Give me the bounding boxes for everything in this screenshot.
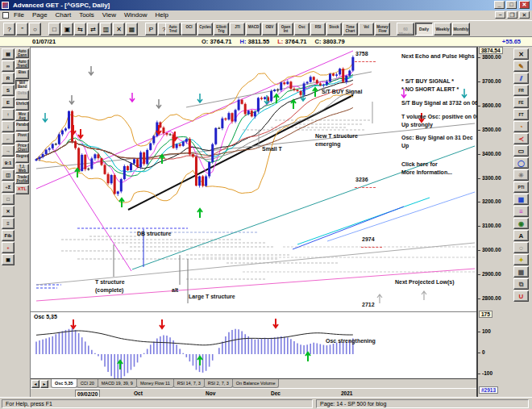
bar-spacing-icon[interactable]: 9:1 [2, 157, 15, 169]
tab-macd-19-39-9[interactable]: MACD 19, 39, 9 [98, 379, 137, 388]
refresh-icon[interactable]: ⇆ [74, 23, 86, 35]
gann-tool-icon[interactable]: ◔ [513, 121, 529, 132]
tab-on-balance-volume[interactable]: On Balance Volume [232, 379, 280, 388]
clipboard-icon[interactable]: ▥ [100, 23, 112, 35]
close-button[interactable]: ✕ [519, 1, 530, 9]
toolbar-study-jti[interactable]: JTI [230, 23, 245, 35]
tab-money-flow-11[interactable]: Money Flow 11 [136, 379, 174, 388]
tab-osc-5-35[interactable]: Osc 5,35 [51, 379, 77, 388]
menu-chart[interactable]: Chart [52, 10, 76, 20]
study-icon[interactable]: S [2, 85, 15, 96]
scroll-down-icon[interactable]: ↓ [2, 121, 15, 132]
open-chart-icon[interactable]: ▣ [61, 23, 73, 35]
mdi-close-button[interactable]: ✕ [519, 11, 530, 19]
menu-tools[interactable]: Tools [75, 10, 98, 20]
sidebar-study-bol-band[interactable]: Bol Band [15, 80, 29, 90]
sidebar-study-trade-profile[interactable]: Trade Profile [15, 174, 29, 184]
more-info-link[interactable]: More Information... [401, 169, 452, 175]
sidebar-study-parabolic[interactable]: Parabolic [15, 122, 29, 131]
pointer-tool-icon[interactable]: ✕ [513, 48, 529, 60]
ellipse-tool-icon[interactable]: ◯ [513, 157, 529, 169]
zoom-tool-icon[interactable]: ◌ [513, 242, 529, 253]
quote-icon[interactable]: ” [16, 23, 28, 35]
scroll-left-icon[interactable]: ← [2, 133, 15, 144]
pitchfork-tool-icon[interactable]: ≺ [513, 133, 529, 144]
sidebar-study-delta[interactable]: Delta [15, 90, 29, 100]
chart-area[interactable]: Next Echo and Pulse Highs* S/T BUY SIGNA… [30, 47, 477, 397]
toolbar-study-auto-trnd[interactable]: Auto Trnd [165, 23, 181, 35]
maximize-button[interactable]: □ [506, 1, 517, 9]
toolbar-study-elliott-trig[interactable]: Elliott Trig [214, 23, 229, 35]
find-icon[interactable]: ○ [29, 23, 41, 35]
color-tool-icon[interactable]: ✦ [513, 254, 529, 265]
price-chart-canvas[interactable] [31, 48, 476, 311]
binoculars-icon[interactable]: ∞ [2, 61, 15, 72]
bubble-tool-icon[interactable]: ◉ [513, 218, 529, 229]
toolbar-study-osc[interactable]: Osc [294, 23, 310, 35]
toolbar-study-open-int[interactable]: Open Int [278, 23, 293, 35]
fib-lines-icon[interactable]: Fib [2, 230, 15, 241]
grid-tool-icon[interactable]: ▩ [513, 266, 529, 278]
toolbar-study-time-chart[interactable]: Time Chart [343, 23, 358, 35]
sidebar-study-ehrlich[interactable]: Ehrlich [15, 101, 29, 111]
toolbar-study-stock[interactable]: Stock [326, 23, 342, 35]
scroll-right-icon[interactable]: → [2, 145, 15, 157]
toolbar-study-rsi[interactable]: RSI [310, 23, 326, 35]
sidebar-study-pivot[interactable]: Pivot [15, 132, 29, 142]
timeframe-60-minute[interactable]: 60 Minute [397, 23, 414, 35]
menu-view[interactable]: View [98, 10, 120, 20]
tab-scroll-right-button[interactable]: ► [40, 380, 48, 388]
elliott-icon[interactable]: E [2, 97, 15, 108]
mdi-child-icon[interactable] [2, 12, 9, 19]
toolbar-study-cycles[interactable]: Cycles [197, 23, 213, 35]
tab-scroll-left-button[interactable]: ◄ [31, 380, 39, 388]
mob-tool-icon[interactable]: ≡ [513, 206, 529, 217]
oscillator-canvas[interactable] [31, 311, 476, 378]
delete-icon[interactable]: ✕ [113, 23, 125, 35]
new-chart-icon[interactable]: □ [48, 23, 60, 35]
sidebar-study-auto-gann[interactable]: Auto Gann [15, 48, 29, 58]
divide-sigma-icon[interactable]: ÷Σ [2, 182, 15, 193]
sidebar-study-xtl[interactable]: XTL [15, 185, 29, 194]
copy-tool-icon[interactable]: ⧉ [513, 278, 529, 290]
context-help-icon[interactable]: ? [3, 23, 15, 35]
sidebar-study-t-j-web[interactable]: T.J. Web [15, 164, 29, 173]
menu-window[interactable]: Window [120, 10, 151, 20]
minimize-button[interactable]: _ [494, 1, 505, 9]
rectangle-tool-icon[interactable]: ▭ [513, 145, 529, 157]
compress-icon[interactable]: ◫ [2, 169, 15, 181]
trendline-tool-icon[interactable]: ⫽ [513, 73, 529, 84]
add-study-icon[interactable]: + [2, 242, 15, 253]
menu-page[interactable]: Page [28, 10, 52, 20]
undo-tool-icon[interactable]: U [513, 290, 529, 302]
sidebar-study-auto-trend[interactable]: Auto Trend [15, 59, 29, 69]
toolbar-study-obv[interactable]: OBV [262, 23, 277, 35]
fib-time-tool-icon[interactable]: FT [513, 109, 529, 120]
print-icon[interactable]: P [145, 23, 157, 35]
tab-rsi-2-7-3[interactable]: RSI 2, 7, 3 [204, 379, 233, 388]
timeframe-daily[interactable]: Daily [415, 23, 433, 35]
toolbar-study-money-flow[interactable]: Money Flow [375, 23, 390, 35]
sidebar-study-price-clust[interactable]: Price Clust [15, 143, 29, 152]
scroll-up-icon[interactable]: ↑ [2, 109, 15, 120]
sidebar-study-regression[interactable]: Regression [15, 153, 29, 163]
sidebar-study-mov-avg[interactable]: Mov Avg [15, 111, 29, 121]
pencil-tool-icon[interactable]: ✎ [513, 61, 529, 72]
more-info-link[interactable]: Click here for [401, 161, 438, 167]
menu-help[interactable]: Help [151, 10, 172, 20]
fib-extension-tool-icon[interactable]: FE [513, 97, 529, 108]
draw-lines-icon[interactable]: ≡ [2, 218, 15, 229]
pti-tool-icon[interactable]: PTI [513, 182, 529, 193]
mdi-minimize-button[interactable]: − [495, 11, 505, 19]
tab-cci-20[interactable]: CCI 20 [77, 379, 98, 388]
compass-tool-icon[interactable]: ✳ [513, 169, 529, 181]
tab-rsi-14-7-3[interactable]: RSI 14, 7, 3 [173, 379, 205, 388]
toolbar-study-vol[interactable]: Vol [359, 23, 374, 35]
toolbar-study-oci[interactable]: OCI [181, 23, 197, 35]
cycle-icon[interactable]: ⇄ [87, 23, 99, 35]
sidebar-study-bias[interactable]: Bias [15, 69, 29, 79]
open-chart-icon[interactable]: ▤ [2, 48, 15, 60]
text-tool-icon[interactable]: A [513, 230, 529, 241]
mdi-restore-button[interactable]: ❐ [507, 11, 517, 19]
fib-retracement-tool-icon[interactable]: FR [513, 85, 529, 96]
